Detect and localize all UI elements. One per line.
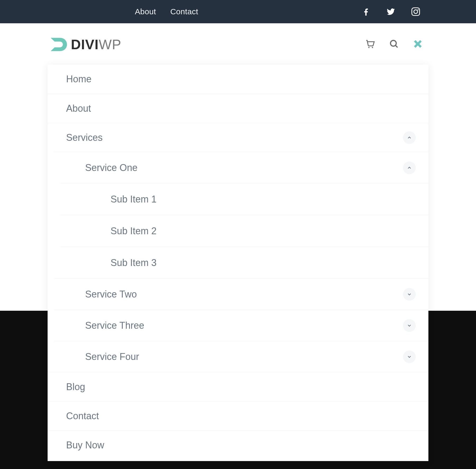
topbar-link-about[interactable]: About bbox=[135, 7, 156, 16]
chevron-down-icon[interactable] bbox=[403, 350, 416, 363]
chevron-down-icon[interactable] bbox=[403, 319, 416, 332]
menu-item-service-one[interactable]: Service One bbox=[54, 152, 428, 183]
mobile-menu-panel: Home About Services Service One bbox=[48, 65, 428, 461]
search-icon[interactable] bbox=[389, 39, 399, 50]
menu-item-buy-now[interactable]: Buy Now bbox=[48, 430, 428, 459]
menu-item-label: Services bbox=[66, 132, 103, 143]
menu-item-label: Sub Item 2 bbox=[111, 226, 157, 237]
menu-item-contact[interactable]: Contact bbox=[48, 401, 428, 430]
menu-item-label: Service Three bbox=[85, 320, 144, 331]
svg-point-1 bbox=[372, 47, 373, 48]
chevron-down-icon[interactable] bbox=[403, 288, 416, 301]
header: DIVIWP bbox=[0, 23, 476, 66]
menu-item-blog[interactable]: Blog bbox=[48, 372, 428, 401]
menu-item-service-three[interactable]: Service Three bbox=[54, 310, 428, 341]
topbar-link-contact[interactable]: Contact bbox=[170, 7, 198, 16]
menu-item-label: Contact bbox=[66, 411, 99, 422]
page-body: Home About Services Service One bbox=[0, 65, 476, 468]
logo-mark-icon bbox=[48, 34, 68, 55]
menu-item-label: Service Four bbox=[85, 351, 139, 362]
logo[interactable]: DIVIWP bbox=[48, 34, 121, 55]
menu-item-label: Buy Now bbox=[66, 440, 104, 451]
menu-item-label: Service Two bbox=[85, 289, 137, 300]
topbar: About Contact bbox=[0, 0, 476, 23]
menu-item-label: Blog bbox=[66, 381, 85, 393]
menu-item-about[interactable]: About bbox=[48, 94, 428, 123]
menu-item-home[interactable]: Home bbox=[48, 65, 428, 94]
topbar-social bbox=[361, 7, 420, 16]
menu-item-label: Sub Item 3 bbox=[111, 257, 157, 268]
menu-item-sub-item-1[interactable]: Sub Item 1 bbox=[60, 183, 428, 215]
menu-item-label: Service One bbox=[85, 162, 138, 173]
menu-item-sub-item-3[interactable]: Sub Item 3 bbox=[60, 247, 428, 278]
svg-point-0 bbox=[368, 47, 370, 48]
menu-item-service-two[interactable]: Service Two bbox=[54, 278, 428, 310]
instagram-icon[interactable] bbox=[411, 7, 420, 16]
chevron-up-icon[interactable] bbox=[403, 131, 416, 144]
twitter-icon[interactable] bbox=[386, 7, 396, 16]
menu-item-services[interactable]: Services bbox=[48, 123, 428, 152]
chevron-up-icon[interactable] bbox=[403, 161, 416, 174]
facebook-icon[interactable] bbox=[361, 7, 371, 16]
topbar-links: About Contact bbox=[135, 7, 198, 16]
logo-text: DIVIWP bbox=[71, 37, 121, 52]
menu-item-service-four[interactable]: Service Four bbox=[54, 341, 428, 372]
menu-item-label: Home bbox=[66, 74, 91, 85]
menu-item-label: About bbox=[66, 103, 91, 114]
menu-item-label: Sub Item 1 bbox=[111, 194, 157, 205]
cart-icon[interactable] bbox=[365, 39, 376, 50]
close-icon[interactable] bbox=[413, 39, 423, 50]
menu-item-sub-item-2[interactable]: Sub Item 2 bbox=[60, 215, 428, 247]
header-icons bbox=[365, 39, 423, 50]
